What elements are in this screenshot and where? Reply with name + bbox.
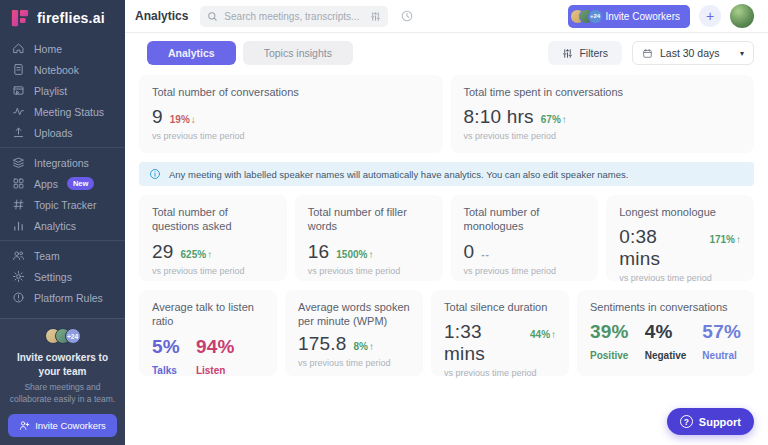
sidebar-item-label: Meeting Status — [34, 106, 104, 118]
card-title: Average words spoken per minute (WPM) — [298, 300, 410, 329]
sidebar-item-settings[interactable]: Settings — [0, 266, 125, 287]
arrow-up-icon: ↑ — [736, 234, 741, 245]
card-caption: vs previous time period — [152, 131, 430, 141]
card-value: 9 — [152, 106, 163, 128]
tab-topics-insights[interactable]: Topics insights — [243, 41, 353, 65]
home-icon — [12, 42, 25, 55]
card-value: 0 — [464, 241, 475, 263]
sidebar-item-notebook[interactable]: Notebook — [0, 59, 125, 80]
meeting-status-icon — [12, 105, 25, 118]
card-filler-words: Total number of filler words 16 1500%↑ v… — [295, 195, 443, 281]
history-icon — [400, 9, 414, 23]
arrow-up-icon: ↑ — [562, 114, 567, 125]
fireflies-logo[interactable]: fireflies.ai — [0, 0, 125, 38]
new-badge: New — [67, 177, 94, 190]
chevron-down-icon: ▾ — [740, 49, 744, 58]
topic-tracker-icon — [12, 198, 25, 211]
card-value: 1:33 mins — [444, 321, 523, 365]
sidebar-item-topic-tracker[interactable]: Topic Tracker — [0, 194, 125, 215]
settings-icon — [12, 270, 25, 283]
card-caption: vs previous time period — [464, 131, 742, 141]
plus-icon: + — [706, 9, 714, 23]
filters-label: Filters — [579, 47, 608, 59]
card-total-conversations: Total number of conversations 9 19%↓ vs … — [139, 75, 443, 153]
search-input[interactable] — [224, 11, 364, 22]
add-button[interactable]: + — [699, 5, 721, 27]
listen-value: 94% — [196, 336, 235, 358]
sidebar-item-apps[interactable]: Apps New — [0, 173, 125, 194]
playlist-icon — [12, 84, 25, 97]
sidebar-item-meeting-status[interactable]: Meeting Status — [0, 101, 125, 122]
search-box[interactable] — [200, 6, 388, 27]
sidebar-item-label: Topic Tracker — [34, 199, 96, 211]
card-questions-asked: Total number of questions asked 29 625%↑… — [139, 195, 287, 281]
talks-stat: 5% Talks — [152, 336, 180, 376]
filters-button[interactable]: Filters — [548, 41, 622, 65]
date-range-select[interactable]: Last 30 days ▾ — [632, 41, 754, 65]
fireflies-analytics-app: fireflies.ai Home Notebook Playlist Meet… — [0, 0, 768, 445]
top-bar: Analytics +24 Invite Coworkers + — [125, 0, 768, 33]
card-value: 29 — [152, 241, 174, 263]
sidebar-item-platform-rules[interactable]: Platform Rules — [0, 287, 125, 308]
date-range-value: Last 30 days — [660, 47, 720, 59]
logo-text: fireflies.ai — [37, 10, 105, 26]
card-caption: vs previous time period — [464, 266, 586, 276]
card-delta: 8%↑ — [354, 341, 374, 352]
sidebar-item-analytics[interactable]: Analytics — [0, 215, 125, 236]
content-area: Analytics Topics insights Filters Last 3… — [125, 33, 768, 445]
tab-group: Analytics Topics insights — [147, 41, 353, 65]
sidebar-item-label: Apps — [34, 178, 58, 190]
topbar-invite-label: Invite Coworkers — [606, 11, 680, 22]
card-delta: 44%↑ — [530, 329, 556, 340]
card-value: 0:38 mins — [619, 226, 702, 270]
negative-value: 4% — [645, 321, 687, 343]
sidebar-divider — [0, 147, 125, 148]
user-avatar[interactable] — [730, 4, 754, 28]
sidebar-item-uploads[interactable]: Uploads — [0, 122, 125, 143]
delta-value: 1500% — [336, 249, 367, 260]
question-icon: ? — [680, 415, 693, 428]
card-caption: vs previous time period — [444, 368, 556, 378]
neutral-label: Neutral — [702, 350, 741, 361]
delta-value: 625% — [181, 249, 207, 260]
sidebar-item-team[interactable]: Team — [0, 245, 125, 266]
arrow-down-icon: ↓ — [191, 114, 196, 125]
card-value: 175.8 — [298, 333, 347, 355]
arrow-up-icon: ↑ — [207, 249, 212, 260]
card-caption: vs previous time period — [152, 266, 274, 276]
sidebar-nav-main: Home Notebook Playlist Meeting Status Up… — [0, 38, 125, 143]
card-talk-listen-ratio: Average talk to listen ratio 5% Talks 94… — [139, 290, 277, 376]
card-title: Total silence duration — [444, 300, 556, 314]
sidebar-item-playlist[interactable]: Playlist — [0, 80, 125, 101]
talks-label: Talks — [152, 365, 180, 376]
card-delta: 19%↓ — [170, 114, 196, 125]
delta-value: 171% — [709, 234, 735, 245]
support-button[interactable]: ? Support — [667, 408, 754, 435]
arrow-up-icon: ↑ — [551, 329, 556, 340]
sidebar-divider — [0, 240, 125, 241]
info-icon — [149, 168, 161, 180]
sidebar-nav-tools: Integrations Apps New Topic Tracker Anal… — [0, 152, 125, 236]
fireflies-logo-icon — [10, 8, 30, 28]
tab-analytics[interactable]: Analytics — [147, 41, 236, 65]
card-delta: 67%↑ — [541, 114, 567, 125]
invite-coworkers-button[interactable]: Invite Coworkers — [8, 414, 117, 437]
filters-icon — [562, 48, 573, 59]
positive-stat: 39% Positive — [590, 321, 629, 361]
sidebar-item-home[interactable]: Home — [0, 38, 125, 59]
topbar-right-group: +24 Invite Coworkers + — [568, 4, 754, 28]
card-value: 8:10 hrs — [464, 106, 534, 128]
card-longest-monologue: Longest monologue 0:38 mins 171%↑ vs pre… — [606, 195, 754, 281]
advanced-search-filters-icon[interactable] — [370, 11, 381, 22]
page-title: Analytics — [135, 9, 188, 23]
topbar-invite-avatars: +24 — [573, 9, 600, 24]
uploads-icon — [12, 126, 25, 139]
invite-coworkers-panel: +24 Invite coworkers to your team Share … — [0, 318, 125, 445]
sidebar: fireflies.ai Home Notebook Playlist Meet… — [0, 0, 125, 445]
sidebar-item-integrations[interactable]: Integrations — [0, 152, 125, 173]
card-title: Longest monologue — [619, 205, 741, 219]
topbar-invite-coworkers-button[interactable]: +24 Invite Coworkers — [568, 5, 690, 28]
listen-stat: 94% Listen — [196, 336, 235, 376]
history-button[interactable] — [400, 9, 414, 23]
arrow-up-icon: ↑ — [369, 341, 374, 352]
